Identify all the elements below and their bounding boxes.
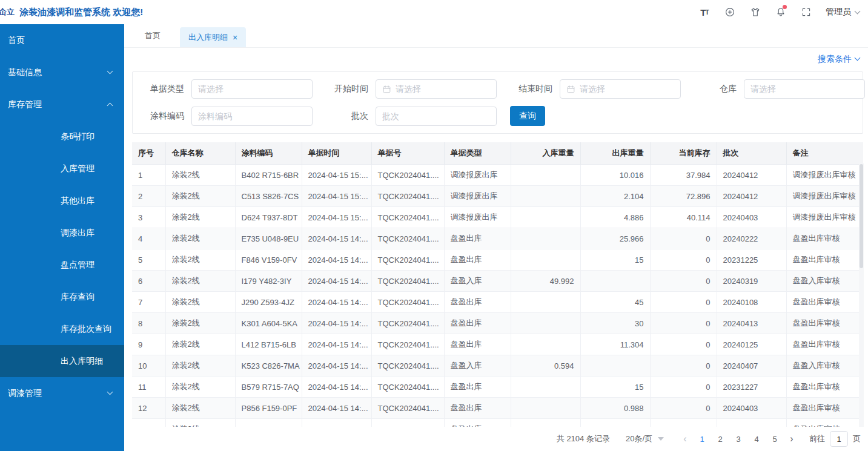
cell-in-weight: 49.992 xyxy=(511,271,580,292)
field-label: 批次 xyxy=(326,111,368,122)
warehouse-select[interactable] xyxy=(744,79,865,99)
sidebar-item-label: 出入库明细 xyxy=(61,356,103,367)
page-button-4[interactable]: 4 xyxy=(747,435,766,444)
search-toggle-label: 搜索条件 xyxy=(818,54,852,65)
sidebar-item-paint-outbound[interactable]: 调漆出库 xyxy=(0,217,124,249)
cell-remark: 盘盈出库审核 xyxy=(786,334,863,355)
scrollbar-thumb[interactable] xyxy=(860,164,863,268)
prev-page-button[interactable]: ‹ xyxy=(677,433,693,444)
cell-doc-type: 调漆报废出库 xyxy=(444,207,511,228)
cell-doc-type: 盘盈出库 xyxy=(444,334,511,355)
table-scrollbar[interactable] xyxy=(859,163,864,451)
cell-current-stock: 72.896 xyxy=(650,186,717,207)
top-header: 仚立 涂装油漆调和监管系统 欢迎您! TT 管理员 xyxy=(0,0,868,24)
end-time-picker[interactable] xyxy=(560,79,681,99)
goto-page-input[interactable] xyxy=(830,431,848,447)
total-records: 共 2104 条记录 xyxy=(557,433,610,444)
sidebar-item-barcode-print[interactable]: 条码打印 xyxy=(0,120,124,153)
page-button-3[interactable]: 3 xyxy=(729,435,747,444)
start-time-picker[interactable] xyxy=(376,79,497,99)
cell-remark: 调漆报废出库审核 xyxy=(786,207,863,228)
brand-logo: 仚立 xyxy=(0,7,19,18)
paint-code-input[interactable] xyxy=(198,111,306,121)
column-header: 单据时间 xyxy=(302,142,371,165)
table-row[interactable]: 7 涂装2线 J290 Z593-4JZ 2024-04-15 14:... T… xyxy=(132,292,863,313)
circle-plus-icon[interactable] xyxy=(724,6,736,18)
search-conditions-toggle[interactable]: 搜索条件 xyxy=(818,54,860,65)
cell-remark: 盘盈出库审核 xyxy=(786,228,863,249)
sidebar-item-stock-query[interactable]: 库存查询 xyxy=(0,281,124,313)
page-button-5[interactable]: 5 xyxy=(766,435,784,444)
doc-type-input[interactable] xyxy=(198,84,306,94)
cell-doc-time: 2024-04-15 14:... xyxy=(302,271,371,292)
table-row[interactable]: 9 涂装2线 L412 B715-6LB 2024-04-15 14:... T… xyxy=(132,334,863,355)
fullscreen-icon[interactable] xyxy=(800,6,812,18)
table-row[interactable]: 2 涂装2线 C513 S826-7CS 2024-04-15 15:... T… xyxy=(132,186,863,207)
table-row[interactable]: 8 涂装2线 K301 A604-5KA 2024-04-15 14:... T… xyxy=(132,313,863,334)
warehouse-input[interactable] xyxy=(750,84,858,94)
cell-batch: 20240413 xyxy=(717,313,786,334)
table-row[interactable]: 5 涂装2线 F846 V159-0FV 2024-04-15 14:... T… xyxy=(132,249,863,271)
user-menu[interactable]: 管理员 xyxy=(826,7,860,18)
column-header: 批次 xyxy=(717,142,786,165)
start-time-input[interactable] xyxy=(396,84,490,94)
sidebar-item-paint-mixing-mgmt[interactable]: 调漆管理 xyxy=(0,377,124,409)
batch-box[interactable] xyxy=(376,107,497,126)
cell-doc-no: TQCK2024041.... xyxy=(371,228,444,249)
end-time-input[interactable] xyxy=(580,84,674,94)
notifications-bell-icon[interactable] xyxy=(775,6,787,18)
cell-in-weight xyxy=(511,249,580,271)
cell-in-weight xyxy=(511,186,580,207)
cell-seq: 4 xyxy=(132,228,165,249)
cell-paint-code: D624 T937-8DT xyxy=(235,207,302,228)
cell-in-weight xyxy=(511,398,580,419)
next-page-button[interactable]: › xyxy=(784,433,800,444)
sidebar-item-stocktake-mgmt[interactable]: 盘点管理 xyxy=(0,249,124,281)
sidebar-item-inout-detail[interactable]: 出入库明细 xyxy=(0,345,124,377)
sidebar-item-basic-info[interactable]: 基础信息 xyxy=(0,56,124,88)
page-size-select[interactable]: 20条/页 xyxy=(626,433,664,444)
field-start-time: 开始时间 xyxy=(326,79,497,99)
theme-shirt-icon[interactable] xyxy=(749,6,761,18)
table-body: 1 涂装2线 B402 R715-6BR 2024-04-15 15:... T… xyxy=(132,165,863,451)
sidebar-item-home[interactable]: 首页 xyxy=(0,24,124,56)
cell-warehouse-name: 涂装2线 xyxy=(165,377,235,398)
tab-bar: 首页 出入库明细 × xyxy=(124,24,868,48)
search-toggle-row: 搜索条件 xyxy=(124,48,868,70)
tab-label: 首页 xyxy=(145,30,161,41)
table-row[interactable]: 3 涂装2线 D624 T937-8DT 2024-04-15 15:... T… xyxy=(132,207,863,228)
table-row[interactable]: 6 涂装2线 I179 Y482-3IY 2024-04-15 14:... T… xyxy=(132,271,863,292)
cell-seq: 3 xyxy=(132,207,165,228)
doc-type-select[interactable] xyxy=(191,79,313,99)
sidebar-item-stock-batch-query[interactable]: 库存批次查询 xyxy=(0,313,124,345)
table-row[interactable]: 1 涂装2线 B402 R715-6BR 2024-04-15 15:... T… xyxy=(132,165,863,186)
paint-code-box[interactable] xyxy=(191,107,313,126)
table-row[interactable]: 10 涂装2线 K523 C826-7MA 2024-04-15 14:... … xyxy=(132,355,863,377)
table-row[interactable]: 11 涂装2线 B579 R715-7AQ 2024-04-15 14:... … xyxy=(132,377,863,398)
sidebar-item-label: 库存查询 xyxy=(61,292,94,303)
table-row[interactable]: 4 涂装2线 E735 U048-9EU 2024-04-15 14:... T… xyxy=(132,228,863,249)
table-row[interactable]: 12 涂装2线 P856 F159-0PF 2024-04-15 14:... … xyxy=(132,398,863,419)
sidebar-item-other-outbound[interactable]: 其他出库 xyxy=(0,185,124,217)
page-button-2[interactable]: 2 xyxy=(711,435,729,444)
cell-doc-no: TQCK2024041.... xyxy=(371,377,444,398)
sidebar-item-inventory-mgmt[interactable]: 库存管理 xyxy=(0,88,124,120)
tab-home[interactable]: 首页 xyxy=(139,24,167,47)
cell-doc-type: 盘盈出库 xyxy=(444,292,511,313)
page-button-1[interactable]: 1 xyxy=(693,435,711,444)
cell-paint-code: C513 S826-7CS xyxy=(235,186,302,207)
cell-doc-time: 2024-04-15 14:... xyxy=(302,398,371,419)
field-batch: 批次 xyxy=(326,107,497,126)
query-button[interactable]: 查询 xyxy=(510,106,545,126)
pagination-bar: 共 2104 条记录 20条/页 ‹ 12345 › 前往 页 xyxy=(124,427,868,451)
app-title: 涂装油漆调和监管系统 欢迎您! xyxy=(19,7,143,18)
column-header: 当前库存 xyxy=(650,142,717,165)
font-size-icon[interactable]: TT xyxy=(698,6,711,18)
page-numbers: 12345 xyxy=(693,435,784,444)
cell-current-stock: 0 xyxy=(650,228,717,249)
cell-current-stock: 40.114 xyxy=(650,207,717,228)
batch-input[interactable] xyxy=(382,111,490,121)
sidebar-item-inbound-mgmt[interactable]: 入库管理 xyxy=(0,153,124,185)
tab-inout-detail[interactable]: 出入库明细 × xyxy=(180,27,246,47)
close-icon[interactable]: × xyxy=(233,33,237,42)
